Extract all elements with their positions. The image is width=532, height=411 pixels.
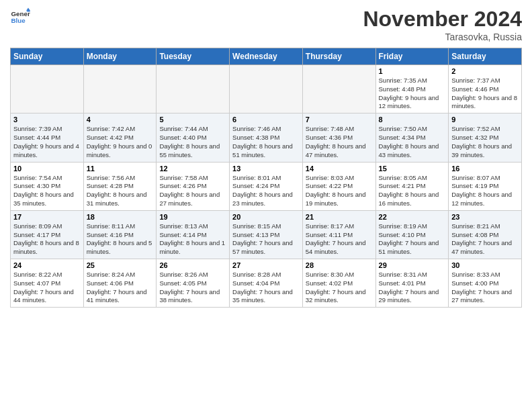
col-tuesday: Tuesday — [157, 48, 230, 65]
day-info: Sunrise: 7:56 AM Sunset: 4:28 PM Dayligh… — [87, 174, 154, 208]
day-number: 27 — [232, 261, 300, 269]
logo-icon: General Blue — [10, 7, 30, 27]
page: General Blue November 2024 Tarasovka, Ru… — [0, 0, 532, 314]
table-row: 7Sunrise: 7:48 AM Sunset: 4:36 PM Daylig… — [302, 113, 375, 162]
table-row: 18Sunrise: 8:11 AM Sunset: 4:16 PM Dayli… — [83, 210, 157, 259]
table-row: 11Sunrise: 7:56 AM Sunset: 4:28 PM Dayli… — [83, 162, 157, 210]
day-number: 20 — [232, 213, 300, 221]
table-row — [83, 65, 157, 113]
table-row: 19Sunrise: 8:13 AM Sunset: 4:14 PM Dayli… — [157, 210, 230, 259]
table-row: 23Sunrise: 8:21 AM Sunset: 4:08 PM Dayli… — [449, 210, 522, 259]
day-number: 1 — [379, 67, 446, 75]
svg-text:Blue: Blue — [11, 17, 26, 24]
day-number: 5 — [159, 116, 226, 124]
week-row-2: 3Sunrise: 7:39 AM Sunset: 4:44 PM Daylig… — [11, 113, 522, 162]
table-row: 2Sunrise: 7:37 AM Sunset: 4:46 PM Daylig… — [449, 65, 522, 113]
table-row: 3Sunrise: 7:39 AM Sunset: 4:44 PM Daylig… — [11, 113, 84, 162]
day-number: 30 — [451, 261, 519, 269]
week-row-3: 10Sunrise: 7:54 AM Sunset: 4:30 PM Dayli… — [11, 162, 522, 210]
table-row: 15Sunrise: 8:05 AM Sunset: 4:21 PM Dayli… — [375, 162, 449, 210]
day-number: 8 — [379, 116, 446, 124]
week-row-5: 24Sunrise: 8:22 AM Sunset: 4:07 PM Dayli… — [11, 259, 522, 308]
day-info: Sunrise: 8:11 AM Sunset: 4:16 PM Dayligh… — [87, 222, 154, 257]
table-row: 17Sunrise: 8:09 AM Sunset: 4:17 PM Dayli… — [11, 210, 84, 259]
table-row — [157, 65, 230, 113]
location: Tarasovka, Russia — [363, 32, 522, 42]
day-number: 3 — [13, 116, 81, 124]
day-info: Sunrise: 7:42 AM Sunset: 4:42 PM Dayligh… — [87, 125, 154, 159]
day-info: Sunrise: 7:50 AM Sunset: 4:34 PM Dayligh… — [379, 125, 446, 159]
table-row: 27Sunrise: 8:28 AM Sunset: 4:04 PM Dayli… — [230, 259, 303, 308]
day-info: Sunrise: 7:54 AM Sunset: 4:30 PM Dayligh… — [13, 174, 81, 208]
day-info: Sunrise: 8:22 AM Sunset: 4:07 PM Dayligh… — [13, 271, 81, 305]
day-number: 28 — [306, 261, 373, 269]
day-number: 25 — [87, 261, 154, 269]
table-row: 26Sunrise: 8:26 AM Sunset: 4:05 PM Dayli… — [157, 259, 230, 308]
day-info: Sunrise: 7:48 AM Sunset: 4:36 PM Dayligh… — [306, 125, 373, 159]
day-info: Sunrise: 8:33 AM Sunset: 4:00 PM Dayligh… — [451, 271, 519, 305]
day-number: 15 — [379, 165, 446, 173]
day-number: 10 — [13, 165, 81, 173]
day-info: Sunrise: 8:17 AM Sunset: 4:11 PM Dayligh… — [306, 222, 373, 257]
day-number: 2 — [451, 67, 519, 75]
table-row: 12Sunrise: 7:58 AM Sunset: 4:26 PM Dayli… — [157, 162, 230, 210]
table-row: 20Sunrise: 8:15 AM Sunset: 4:13 PM Dayli… — [230, 210, 303, 259]
day-number: 16 — [451, 165, 519, 173]
table-row: 14Sunrise: 8:03 AM Sunset: 4:22 PM Dayli… — [302, 162, 375, 210]
table-row: 25Sunrise: 8:24 AM Sunset: 4:06 PM Dayli… — [83, 259, 157, 308]
col-wednesday: Wednesday — [230, 48, 303, 65]
day-info: Sunrise: 7:37 AM Sunset: 4:46 PM Dayligh… — [451, 77, 519, 111]
day-info: Sunrise: 8:13 AM Sunset: 4:14 PM Dayligh… — [159, 222, 226, 257]
col-friday: Friday — [375, 48, 449, 65]
col-thursday: Thursday — [302, 48, 375, 65]
day-number: 18 — [87, 213, 154, 221]
table-row: 29Sunrise: 8:31 AM Sunset: 4:01 PM Dayli… — [375, 259, 449, 308]
table-row: 24Sunrise: 8:22 AM Sunset: 4:07 PM Dayli… — [11, 259, 84, 308]
day-info: Sunrise: 7:58 AM Sunset: 4:26 PM Dayligh… — [159, 174, 226, 208]
calendar-table: Sunday Monday Tuesday Wednesday Thursday… — [10, 48, 522, 308]
table-row: 6Sunrise: 7:46 AM Sunset: 4:38 PM Daylig… — [230, 113, 303, 162]
day-number: 12 — [159, 165, 226, 173]
day-number: 23 — [451, 213, 519, 221]
day-info: Sunrise: 8:03 AM Sunset: 4:22 PM Dayligh… — [306, 174, 373, 208]
month-title: November 2024 — [363, 7, 522, 32]
day-info: Sunrise: 8:07 AM Sunset: 4:19 PM Dayligh… — [451, 174, 519, 208]
day-number: 7 — [306, 116, 373, 124]
day-info: Sunrise: 7:35 AM Sunset: 4:48 PM Dayligh… — [379, 77, 446, 111]
calendar-header-row: Sunday Monday Tuesday Wednesday Thursday… — [11, 48, 522, 65]
day-info: Sunrise: 8:24 AM Sunset: 4:06 PM Dayligh… — [87, 271, 154, 305]
day-info: Sunrise: 7:39 AM Sunset: 4:44 PM Dayligh… — [13, 125, 81, 159]
day-number: 9 — [451, 116, 519, 124]
table-row — [11, 65, 84, 113]
day-info: Sunrise: 7:52 AM Sunset: 4:32 PM Dayligh… — [451, 125, 519, 159]
col-monday: Monday — [83, 48, 157, 65]
week-row-4: 17Sunrise: 8:09 AM Sunset: 4:17 PM Dayli… — [11, 210, 522, 259]
day-number: 24 — [13, 261, 81, 269]
day-info: Sunrise: 8:09 AM Sunset: 4:17 PM Dayligh… — [13, 222, 81, 257]
day-info: Sunrise: 8:31 AM Sunset: 4:01 PM Dayligh… — [379, 271, 446, 305]
day-number: 26 — [159, 261, 226, 269]
day-number: 21 — [306, 213, 373, 221]
col-sunday: Sunday — [11, 48, 84, 65]
table-row: 8Sunrise: 7:50 AM Sunset: 4:34 PM Daylig… — [375, 113, 449, 162]
table-row: 1Sunrise: 7:35 AM Sunset: 4:48 PM Daylig… — [375, 65, 449, 113]
day-number: 19 — [159, 213, 226, 221]
table-row — [230, 65, 303, 113]
day-info: Sunrise: 7:46 AM Sunset: 4:38 PM Dayligh… — [232, 125, 300, 159]
day-info: Sunrise: 8:15 AM Sunset: 4:13 PM Dayligh… — [232, 222, 300, 257]
table-row: 4Sunrise: 7:42 AM Sunset: 4:42 PM Daylig… — [83, 113, 157, 162]
col-saturday: Saturday — [449, 48, 522, 65]
table-row: 13Sunrise: 8:01 AM Sunset: 4:24 PM Dayli… — [230, 162, 303, 210]
day-info: Sunrise: 8:26 AM Sunset: 4:05 PM Dayligh… — [159, 271, 226, 305]
day-number: 29 — [379, 261, 446, 269]
logo: General Blue — [10, 7, 32, 27]
day-number: 4 — [87, 116, 154, 124]
day-info: Sunrise: 8:30 AM Sunset: 4:02 PM Dayligh… — [306, 271, 373, 305]
table-row: 30Sunrise: 8:33 AM Sunset: 4:00 PM Dayli… — [449, 259, 522, 308]
week-row-1: 1Sunrise: 7:35 AM Sunset: 4:48 PM Daylig… — [11, 65, 522, 113]
day-number: 17 — [13, 213, 81, 221]
day-info: Sunrise: 7:44 AM Sunset: 4:40 PM Dayligh… — [159, 125, 226, 159]
title-block: November 2024 Tarasovka, Russia — [363, 7, 522, 42]
day-info: Sunrise: 8:01 AM Sunset: 4:24 PM Dayligh… — [232, 174, 300, 208]
table-row: 21Sunrise: 8:17 AM Sunset: 4:11 PM Dayli… — [302, 210, 375, 259]
